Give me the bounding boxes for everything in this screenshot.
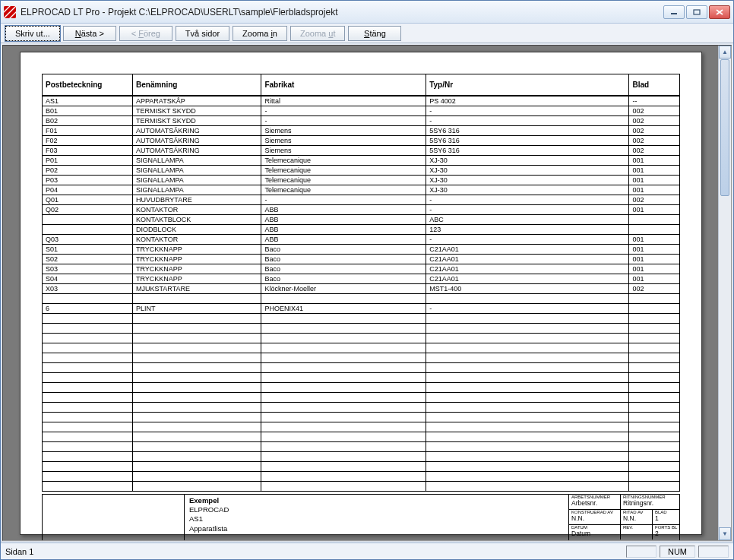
maximize-button[interactable] (686, 5, 707, 19)
table-row: P03SIGNALLAMPATelemecaniqueXJ-30001 (43, 175, 680, 185)
two-pages-button[interactable]: Två sidor (176, 26, 229, 41)
table-cell (426, 471, 629, 481)
scroll-thumb[interactable] (720, 59, 729, 196)
titleblock-elprocad: ELPROCAD (189, 505, 564, 514)
table-cell: TRYCKKNAPP (132, 264, 261, 274)
table-cell (132, 323, 261, 333)
table-cell (629, 461, 680, 471)
table-cell: 001 (629, 244, 680, 254)
table-cell: -- (629, 96, 680, 106)
table-cell: Telemecanique (261, 175, 426, 185)
preview-area: Postbeteckning Benämning Fabrikat Typ/Nr… (2, 45, 732, 541)
table-cell: - (426, 204, 629, 214)
scroll-up-button[interactable]: ▲ (719, 46, 731, 59)
table-cell: 001 (629, 165, 680, 175)
table-cell (629, 441, 680, 451)
table-cell: F01 (43, 125, 133, 135)
table-cell: 001 (629, 175, 680, 185)
table-cell: 002 (629, 283, 680, 293)
table-cell: AS1 (43, 96, 133, 106)
table-cell: C21AA01 (426, 244, 629, 254)
table-row (43, 461, 680, 471)
table-cell: Telemecanique (261, 185, 426, 195)
table-cell: SIGNALLAMPA (132, 155, 261, 165)
table-cell (43, 293, 133, 303)
print-button[interactable]: Skriv ut... (5, 26, 60, 41)
table-cell (426, 353, 629, 362)
table-cell: ABB (261, 234, 426, 244)
table-cell: - (261, 195, 426, 204)
table-cell (261, 422, 426, 432)
page-preview[interactable]: Postbeteckning Benämning Fabrikat Typ/Nr… (20, 52, 702, 535)
table-cell (43, 333, 133, 343)
table-cell (426, 412, 629, 422)
table-cell: 002 (629, 106, 680, 115)
table-row (43, 471, 680, 481)
table-cell (261, 441, 426, 451)
table-cell (261, 293, 426, 303)
table-cell (629, 303, 680, 313)
vertical-scrollbar[interactable]: ▲ ▼ (718, 46, 731, 540)
table-cell (629, 402, 680, 412)
minimize-button[interactable] (663, 5, 685, 19)
table-cell: C21AA01 (426, 254, 629, 264)
table-cell (132, 441, 261, 451)
table-cell (426, 372, 629, 382)
table-row: B02TERMISKT SKYDD--002 (43, 115, 680, 125)
table-cell: KONTAKTOR (132, 234, 261, 244)
table-cell (261, 402, 426, 412)
table-cell (426, 461, 629, 471)
table-cell (426, 362, 629, 372)
table-row: DIODBLOCKABB123 (43, 224, 680, 234)
titleblock-right: ARBETSNUMMER Arbetsnr. RITNINGSNUMMER Ri… (569, 495, 679, 540)
table-cell (261, 471, 426, 481)
table-row (43, 402, 680, 412)
table-cell: 5SY6 316 (426, 145, 629, 155)
table-cell (261, 392, 426, 402)
table-cell: TRYCKKNAPP (132, 254, 261, 264)
table-cell (43, 353, 133, 362)
table-row: S01TRYCKKNAPPBacoC21AA01001 (43, 244, 680, 254)
table-cell: 001 (629, 185, 680, 195)
table-cell: 001 (629, 204, 680, 214)
scroll-down-button[interactable]: ▼ (719, 527, 731, 540)
table-cell: ABB (261, 204, 426, 214)
table-cell: P03 (43, 175, 133, 185)
table-row: S02TRYCKKNAPPBacoC21AA01001 (43, 254, 680, 264)
table-cell: 002 (629, 115, 680, 125)
table-cell: ABC (426, 214, 629, 224)
table-cell: Siemens (261, 135, 426, 145)
table-cell (426, 333, 629, 343)
table-cell (426, 293, 629, 303)
table-cell (629, 422, 680, 432)
zoom-out-button: Zooma ut (290, 26, 345, 41)
table-cell: XJ-30 (426, 175, 629, 185)
table-cell: TERMISKT SKYDD (132, 115, 261, 125)
table-cell (132, 461, 261, 471)
table-cell: X03 (43, 283, 133, 293)
table-cell: Klöckner-Moeller (261, 283, 426, 293)
table-cell (132, 372, 261, 382)
table-cell (629, 353, 680, 362)
next-button[interactable]: Nästa > (63, 26, 116, 41)
zoom-in-button[interactable]: Zooma in (233, 26, 287, 41)
close-button[interactable] (709, 5, 730, 19)
table-cell (426, 432, 629, 441)
table-cell: TERMISKT SKYDD (132, 106, 261, 115)
table-cell (426, 343, 629, 353)
table-cell (261, 372, 426, 382)
table-cell: AUTOMATSÄKRING (132, 125, 261, 135)
table-cell: 5SY6 316 (426, 125, 629, 135)
table-cell: MJUKSTARTARE (132, 283, 261, 293)
table-cell (426, 382, 629, 392)
close-preview-button[interactable]: Stäng (348, 26, 401, 41)
table-row: F03AUTOMATSÄKRINGSiemens5SY6 316002 (43, 145, 680, 155)
table-cell: Baco (261, 244, 426, 254)
table-cell (261, 313, 426, 323)
header-fabrikat: Fabrikat (261, 74, 426, 96)
table-cell (132, 481, 261, 491)
table-cell: XJ-30 (426, 155, 629, 165)
table-row: KONTAKTBLOCKABBABC (43, 214, 680, 224)
table-cell: PS 4002 (426, 96, 629, 106)
table-cell: 002 (629, 195, 680, 204)
